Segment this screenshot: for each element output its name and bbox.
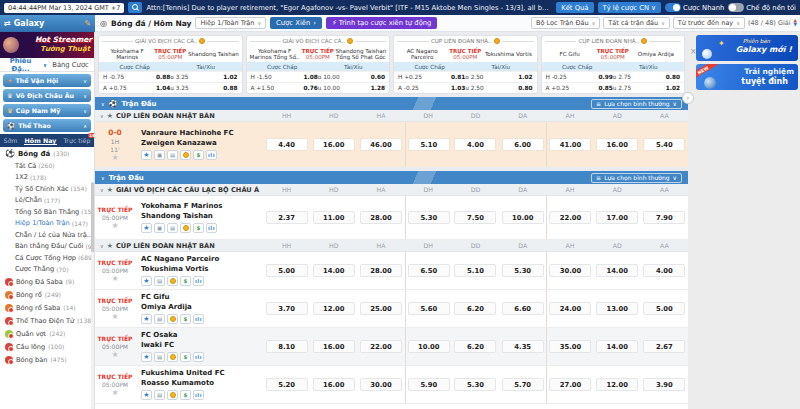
odds-cell[interactable]: 5.00 [643, 302, 685, 315]
odds-cell[interactable]: 28.00 [360, 211, 402, 224]
coin-icon[interactable] [180, 150, 191, 160]
tv-icon[interactable]: ▤ [167, 150, 178, 160]
odds-cell[interactable]: 6.60 [502, 302, 544, 315]
promo-banner-new-version[interactable]: ✦ Phiên bản Galaxy mới ! [696, 35, 798, 61]
stats-icon[interactable]: ılı [193, 276, 204, 286]
odds-cell[interactable]: 5.40 [643, 138, 685, 151]
home-team-name[interactable]: AC Nagano Parceiro [141, 255, 263, 265]
odds-cell[interactable]: 7.50 [454, 211, 496, 224]
favorite-star-icon[interactable]: ★ [111, 275, 118, 283]
sidebar-item-sports[interactable]: ⚽Thể Thao∧ [3, 119, 91, 132]
sidebar-item-outright[interactable]: Cược Thắng(70) [0, 264, 94, 276]
away-team-name[interactable]: Tokushima Vortis [141, 265, 263, 275]
sidebar-item-saba-soccer[interactable]: Bóng Đá Saba(9) [0, 275, 94, 288]
odds-cell[interactable]: 5.60 [408, 302, 450, 315]
sidebar-item-esports[interactable]: Thể Thao Điện Tử(138) [0, 314, 94, 327]
promo-banner-experience[interactable]: NEW Trải nghiệm tuyệt đỉnh [696, 64, 798, 90]
cash-out-icon[interactable]: $ [193, 223, 204, 233]
sidebar-item-badminton[interactable]: Cầu lông(100) [0, 340, 94, 353]
odds-cell[interactable]: 5.30 [408, 211, 450, 224]
sidebar-item-odd-even[interactable]: Lẻ/Chẵn(177) [0, 195, 94, 207]
chevron-down-icon[interactable]: ∨ [101, 175, 105, 181]
stats-icon[interactable]: ılı [193, 390, 204, 400]
tv-icon[interactable]: ▤ [154, 276, 165, 286]
odds-cell[interactable]: 5.70 [502, 378, 544, 391]
odds-cell[interactable]: 35.00 [549, 340, 591, 353]
tv-icon[interactable]: ▤ [154, 314, 165, 324]
results-button[interactable]: Kết Quả [556, 2, 593, 13]
view-mode-dropdown[interactable]: ≡Lựa chọn bình thường∨ [591, 99, 682, 109]
star-icon[interactable]: ★ [141, 314, 152, 324]
subtab-early[interactable]: Sớm [3, 137, 19, 144]
odds-cell[interactable]: 6.00 [502, 138, 544, 151]
odds-cell[interactable]: 3.90 [643, 378, 685, 391]
tv-icon[interactable]: ▤ [154, 352, 165, 362]
sidebar-item-1x2[interactable]: 1X2(178) [0, 172, 94, 184]
view-mode-dropdown[interactable]: ≡Lựa chọn bình thường∨ [591, 173, 682, 183]
odds-cell[interactable]: 10.00 [502, 211, 544, 224]
chevron-down-icon[interactable]: ∨ [100, 243, 104, 249]
odds-cell[interactable]: 30.00 [360, 378, 402, 391]
stats-icon[interactable]: ılı [206, 223, 217, 233]
sidebar-item-total-goals[interactable]: Tổng Số Bàn Thắng(151) [0, 206, 94, 218]
sidebar-item-olympics[interactable]: ✦Thế Vận Hội∨ [3, 74, 91, 87]
sidebar-item-table-tennis[interactable]: Bóng bàn(475) [0, 353, 94, 366]
all-matches-dropdown[interactable]: Tất cả trận đấu∨ [603, 17, 669, 29]
odds-cell[interactable]: 11.00 [313, 211, 355, 224]
odds-cell[interactable]: 25.00 [360, 302, 402, 315]
odds-cell[interactable]: 14.00 [596, 340, 638, 353]
odds-row[interactable]: A +1.500.76u 10.001.28 [247, 82, 390, 93]
odds-cell[interactable]: 12.00 [313, 302, 355, 315]
odds-cell[interactable]: 4.00 [454, 138, 496, 151]
favorite-star-icon[interactable]: ★ [111, 313, 118, 321]
cash-out-icon[interactable]: $ [180, 352, 191, 362]
sidebar-item-ht-ft[interactable]: Hiệp 1/Toàn Trận(147) [0, 218, 94, 230]
star-icon[interactable]: ★ [107, 112, 113, 120]
odds-cell[interactable]: 22.00 [549, 211, 591, 224]
odds-cell[interactable]: 13.00 [596, 302, 638, 315]
odds-cell[interactable]: 5.30 [454, 378, 496, 391]
odds-cell[interactable]: 4.00 [643, 264, 685, 277]
odds-cell[interactable]: 27.00 [549, 378, 591, 391]
sort-icon[interactable]: ▲▼ [794, 19, 797, 27]
odds-cell[interactable]: 10.00 [408, 340, 450, 353]
stats-icon[interactable]: ılı [193, 352, 204, 362]
home-team-name[interactable]: Yokohama F Marinos [141, 202, 263, 212]
odds-cell[interactable]: 5.00 [266, 264, 308, 277]
odds-cell[interactable]: 6.50 [408, 264, 450, 277]
favorite-star-icon[interactable]: ★ [111, 154, 118, 162]
odds-cell[interactable]: 16.00 [313, 340, 355, 353]
odds-cell[interactable]: 17.00 [596, 211, 638, 224]
tab-bet-slip[interactable]: Phiếu Đặ...∨ [0, 57, 47, 73]
dark-mode-toggle[interactable]: Chế độ nền tối [728, 3, 796, 12]
odds-row[interactable]: H -1.501.08o 10.000.60 [247, 71, 390, 82]
brand-logo[interactable]: ⇄ Galaxy ✎ [0, 15, 95, 32]
star-icon[interactable]: ★ [141, 223, 152, 233]
odds-cell[interactable]: 5.10 [408, 138, 450, 151]
star-icon[interactable]: ★ [141, 352, 152, 362]
star-icon[interactable]: ★ [141, 150, 152, 160]
odds-row[interactable]: A +0.250.85u 2.751.02 [542, 82, 685, 93]
sidebar-item-basketball-saba[interactable]: Bóng rổ Saba(14) [0, 301, 94, 314]
tv-icon[interactable]: ▤ [154, 390, 165, 400]
chevron-down-icon[interactable]: ∨ [100, 187, 104, 193]
sidebar-item-football[interactable]: ⚽ Bóng đá(330) [0, 147, 94, 160]
auto-parlay-button[interactable]: ⚡Trình tạo cược xiên tự động [326, 17, 437, 29]
odds-cell[interactable]: 7.90 [643, 211, 685, 224]
cash-out-icon[interactable]: $ [193, 150, 204, 160]
away-team-name[interactable]: Omiya Ardija [141, 303, 263, 313]
odds-row[interactable]: H +0.250.81o 2.501.02 [394, 71, 537, 82]
quick-bet-toggle[interactable]: Cược Nhanh [665, 3, 724, 12]
sidebar-item-correct-score[interactable]: Tỷ Số Chính Xác(154) [0, 183, 94, 195]
cash-out-icon[interactable]: $ [180, 314, 191, 324]
sidebar-item-first-last-goal[interactable]: Bàn thắng Đầu/ Cuối(94) [0, 241, 94, 253]
odds-row[interactable]: H -0.250.99o 2.750.80 [542, 71, 685, 82]
home-team-name[interactable]: FC Gifu [141, 293, 263, 303]
sidebar-item-euro[interactable]: ♛Vô Địch Châu Âu∨ [3, 89, 91, 102]
odds-cell[interactable]: 16.00 [313, 138, 355, 151]
odds-cell[interactable]: 24.00 [549, 302, 591, 315]
coin-icon[interactable] [167, 390, 178, 400]
odds-cell[interactable]: 3.70 [266, 302, 308, 315]
coin-icon[interactable] [167, 352, 178, 362]
subtab-live[interactable]: Trực tiếp168 [62, 137, 91, 144]
